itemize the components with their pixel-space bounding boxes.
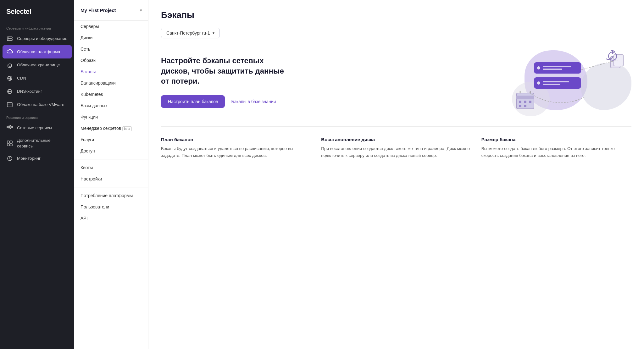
sidebar-item-cloud-platform[interactable]: Облачная платформа: [3, 45, 72, 58]
svg-rect-10: [11, 126, 13, 128]
sidebar-item-cdn[interactable]: CDN: [0, 72, 74, 85]
hero-illustration: [506, 47, 631, 116]
server-line: [543, 84, 560, 85]
svg-rect-9: [9, 128, 11, 129]
feature-grid: План бэкапов Бэкапы будут создаваться и …: [161, 126, 631, 159]
svg-rect-12: [10, 141, 12, 143]
server-lines: [543, 66, 578, 70]
monitoring-icon: [6, 155, 13, 162]
feature-card-backup-plan: План бэкапов Бэкапы будут создаваться и …: [161, 129, 311, 159]
nav-divider-1: [74, 159, 148, 159]
sidebar-item-vmware[interactable]: Облако на базе VMware: [0, 98, 74, 111]
hero-heading: Настройте бэкапы сетевых дисков, чтобы з…: [161, 56, 293, 86]
region-selector[interactable]: Санкт-Петербург ru-1 ▾: [161, 28, 220, 38]
sidebar-item-additional-services[interactable]: Дополнительные сервисы: [0, 135, 74, 152]
svg-rect-23: [519, 105, 521, 107]
sidebar-item-network-services[interactable]: Сетевые сервисы: [0, 121, 74, 135]
sidebar-item-servers-hw[interactable]: Серверы и оборудование: [0, 32, 74, 45]
nav-item-access[interactable]: Доступ: [74, 145, 148, 157]
hero-section: Настройте бэкапы сетевых дисков, чтобы з…: [161, 47, 631, 116]
svg-rect-8: [9, 125, 11, 126]
main-content: Бэкапы Санкт-Петербург ru-1 ▾ Настройте …: [148, 0, 644, 349]
nav-panel: My First Project ▾ Серверы Диски Сеть Об…: [74, 0, 148, 349]
svg-rect-11: [7, 141, 9, 143]
server-line: [543, 81, 569, 82]
nav-item-network[interactable]: Сеть: [74, 43, 148, 55]
nav-item-backups[interactable]: Бэкапы: [74, 66, 148, 77]
project-selector[interactable]: My First Project ▾: [74, 0, 148, 21]
nav-item-services[interactable]: Услуги: [74, 134, 148, 145]
nav-item-images[interactable]: Образы: [74, 55, 148, 66]
sidebar: Selectel Серверы и инфраструктура Сервер…: [0, 0, 74, 349]
nav-item-secrets[interactable]: Менеджер секретовbeta: [74, 123, 148, 134]
section-title-infra: Серверы и инфраструктура: [0, 22, 74, 32]
svg-rect-13: [7, 144, 9, 146]
nav-item-quotas[interactable]: Квоты: [74, 162, 148, 173]
svg-rect-7: [7, 126, 8, 128]
server-icon: [6, 35, 13, 42]
svg-rect-20: [519, 101, 521, 103]
sidebar-item-label: CDN: [17, 75, 26, 81]
svg-point-3: [8, 40, 8, 40]
calendar-icon: [515, 90, 535, 110]
chevron-down-icon: ▾: [213, 31, 214, 35]
feature-card-disk-restore: Восстановление диска При восстановлении …: [321, 129, 471, 159]
network-icon: [6, 125, 13, 131]
blob-gray-right: [581, 63, 631, 110]
dns-icon: [6, 88, 13, 95]
hero-actions: Настроить план бэкапов Бэкапы в базе зна…: [161, 95, 293, 108]
cdn-icon: [6, 75, 13, 82]
sidebar-item-label: Облачная платформа: [17, 49, 60, 55]
server-line: [543, 69, 562, 70]
nav-item-settings[interactable]: Настройки: [74, 173, 148, 185]
svg-rect-17: [516, 96, 534, 99]
server-dot: [537, 81, 540, 85]
svg-rect-21: [524, 101, 526, 103]
sidebar-item-monitoring[interactable]: Мониторинг: [0, 152, 74, 165]
nav-item-balancers[interactable]: Балансировщики: [74, 77, 148, 89]
chevron-down-icon: ▾: [140, 8, 142, 13]
svg-rect-24: [524, 105, 526, 107]
nav-item-functions[interactable]: Функции: [74, 111, 148, 123]
setup-backup-button[interactable]: Настроить план бэкапов: [161, 95, 225, 108]
svg-rect-22: [529, 101, 531, 103]
server-dot: [537, 66, 540, 69]
server-lines: [543, 81, 578, 85]
cloud-icon: [6, 48, 13, 55]
sidebar-item-label: Облачное хранилище: [17, 62, 60, 68]
sidebar-item-dns[interactable]: DNS-хостинг: [0, 85, 74, 98]
feature-title: Восстановление диска: [321, 137, 471, 142]
nav-item-disks[interactable]: Диски: [74, 32, 148, 43]
beta-badge: beta: [122, 126, 131, 131]
nav-item-users[interactable]: Пользователи: [74, 201, 148, 213]
sidebar-item-cloud-storage[interactable]: Облачное хранилище: [0, 58, 74, 72]
nav-divider-2: [74, 187, 148, 187]
storage-icon: [6, 62, 13, 69]
nav-item-api[interactable]: API: [74, 213, 148, 224]
server-line: [543, 66, 571, 67]
nav-item-kubernetes[interactable]: Kubernetes: [74, 89, 148, 100]
feature-card-backup-size: Размер бэкапа Вы можете создать бэкап лю…: [481, 129, 631, 159]
vmware-icon: [6, 101, 13, 108]
nav-item-databases[interactable]: Базы данных: [74, 100, 148, 111]
server-card-1: [534, 62, 581, 74]
nav-item-servers[interactable]: Серверы: [74, 21, 148, 32]
svg-rect-6: [7, 102, 12, 107]
logo: Selectel: [0, 0, 74, 22]
feature-desc: Бэкапы будут создаваться и удаляться по …: [161, 145, 311, 159]
sidebar-item-label: Облако на базе VMware: [17, 102, 64, 108]
additional-icon: [6, 140, 13, 147]
sidebar-item-label: Мониторинг: [17, 156, 41, 161]
nav-item-platform-usage[interactable]: Потребление платформы: [74, 190, 148, 201]
server-card-2: [534, 77, 581, 89]
hero-text: Настройте бэкапы сетевых дисков, чтобы з…: [161, 56, 293, 108]
svg-rect-14: [10, 144, 12, 146]
svg-point-2: [8, 37, 8, 38]
region-label: Санкт-Петербург ru-1: [166, 30, 210, 36]
knowledge-base-link[interactable]: Бэкапы в базе знаний: [231, 99, 276, 104]
sidebar-item-label: Дополнительные сервисы: [17, 138, 68, 149]
page-title: Бэкапы: [161, 10, 631, 20]
feature-desc: Вы можете создать бэкап любого размера. …: [481, 145, 631, 159]
sidebar-item-label: DNS-хостинг: [17, 89, 42, 94]
feature-title: План бэкапов: [161, 137, 311, 142]
